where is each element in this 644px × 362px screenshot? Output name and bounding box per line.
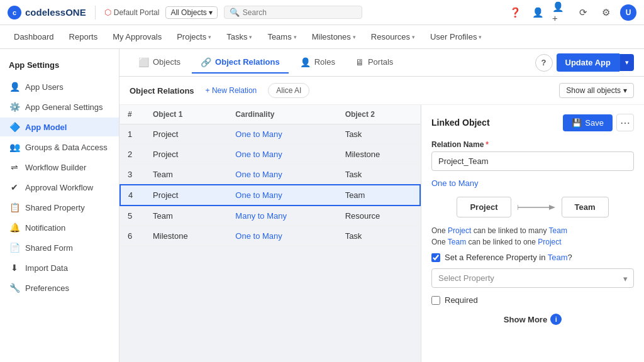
table-row[interactable]: 4 Project One to Many Team [120, 185, 420, 206]
split-layout: # Object 1 Cardinality Object 2 1 Projec… [119, 105, 644, 362]
nav-item-projects[interactable]: Projects ▾ [170, 28, 218, 45]
more-options-button[interactable]: ⋯ [616, 114, 634, 131]
tab-roles[interactable]: 👤 Roles [291, 52, 344, 74]
cardinality-link-4[interactable]: One to Many [235, 190, 282, 200]
users-icon[interactable]: 👤 [530, 4, 546, 21]
tab-portals[interactable]: 🖥 Portals [347, 52, 402, 74]
relation-name-group: Relation Name * [431, 140, 634, 171]
sidebar-item-preferences[interactable]: 🔧 Preferences [0, 278, 119, 297]
nav-item-teams[interactable]: Teams ▾ [261, 28, 303, 45]
nav-item-user-profiles[interactable]: User Profiles ▾ [424, 28, 488, 45]
sidebar-item-shared-form[interactable]: 📄 Shared Form [0, 238, 119, 257]
sidebar-item-app-model[interactable]: 🔷 App Model [0, 118, 119, 136]
reference-property-row: Set a Reference Property in Team? [431, 253, 634, 262]
cell-object1-2: Project [145, 145, 228, 165]
add-user-icon[interactable]: 👤+ [552, 4, 569, 21]
history-icon[interactable]: ⟳ [575, 4, 591, 21]
sidebar-item-app-users[interactable]: 👤 App Users [0, 77, 119, 96]
update-app-button[interactable]: Update App [557, 53, 619, 72]
nav-item-resources[interactable]: Resources ▾ [365, 28, 421, 45]
update-app-dropdown-button[interactable]: ▾ [619, 54, 634, 71]
notification-icon: 🔔 [9, 222, 20, 233]
table-row[interactable]: 2 Project One to Many Milestone [120, 145, 420, 165]
portal-selector[interactable]: ⬡ Default Portal [104, 8, 160, 17]
desc-link-project[interactable]: Project [448, 226, 471, 235]
desc-link-project-2[interactable]: Project [538, 238, 561, 246]
brand-logo[interactable]: c codelessONE [8, 6, 86, 19]
settings-icon[interactable]: ⚙ [597, 4, 614, 21]
tab-objects[interactable]: ⬜ Objects [130, 52, 189, 74]
table-row[interactable]: 6 Milestone One to Many Task [120, 226, 420, 246]
cell-cardinality-4: One to Many [228, 185, 337, 206]
col-header-object1: Object 1 [145, 105, 228, 124]
col-header-object2: Object 2 [338, 105, 420, 124]
table-row[interactable]: 3 Team One to Many Task [120, 165, 420, 185]
alice-ai-button[interactable]: Alice AI [268, 83, 309, 98]
sidebar-item-shared-property[interactable]: 📋 Shared Property [0, 198, 119, 217]
shared-form-icon: 📄 [9, 243, 20, 253]
cell-num-6: 6 [120, 226, 145, 246]
show-more-button[interactable]: Show More i [431, 314, 634, 325]
table-header-row: # Object 1 Cardinality Object 2 [120, 105, 420, 124]
cell-num-2: 2 [120, 145, 145, 165]
sidebar-label-groups-data-access: Groups & Data Access [25, 143, 108, 152]
save-button[interactable]: 💾 Save [563, 114, 613, 131]
nav-item-milestones[interactable]: Milestones ▾ [306, 28, 362, 45]
new-relation-button[interactable]: + New Relation [199, 83, 264, 98]
nav-label-tasks: Tasks [226, 32, 247, 41]
cardinality-value-link[interactable]: One to Many [431, 178, 478, 188]
workflow-builder-icon: ⇌ [9, 162, 20, 172]
all-objects-selector[interactable]: All Objects ▾ [165, 6, 217, 19]
cardinality-link-3[interactable]: One to Many [235, 170, 282, 179]
sidebar-item-import-data[interactable]: ⬇ Import Data [0, 258, 119, 277]
table-row[interactable]: 1 Project One to Many Task [120, 124, 420, 145]
sidebar-label-app-users: App Users [25, 82, 64, 92]
relation-desc-1: One Project can be linked to many Team [431, 226, 634, 235]
nav-item-tasks[interactable]: Tasks ▾ [220, 28, 258, 45]
avatar[interactable]: U [620, 4, 636, 21]
nav-item-reports[interactable]: Reports [63, 28, 104, 45]
nav-item-dashboard[interactable]: Dashboard [8, 28, 60, 45]
cardinality-link-1[interactable]: One to Many [235, 129, 282, 139]
chevron-down-icon: ▾ [412, 34, 415, 40]
table-row[interactable]: 5 Team Many to Many Resource [120, 206, 420, 226]
desc-link-team-2[interactable]: Team [448, 238, 466, 246]
search-bar[interactable]: 🔍 [224, 6, 362, 19]
team-link[interactable]: Team [548, 253, 568, 262]
select-property-dropdown[interactable]: Select Property [431, 268, 634, 288]
reference-property-checkbox[interactable] [431, 253, 440, 262]
all-objects-label: All Objects [170, 8, 206, 17]
topbar-actions: ❓ 👤 👤+ ⟳ ⚙ U [507, 4, 636, 21]
sidebar-label-notification: Notification [25, 223, 65, 233]
cell-cardinality-1: One to Many [228, 124, 337, 145]
relation-diagram: Project Team [431, 197, 634, 217]
sidebar-item-notification[interactable]: 🔔 Notification [0, 218, 119, 237]
desc-link-team-1[interactable]: Team [549, 226, 567, 235]
cardinality-link-6[interactable]: One to Many [235, 231, 282, 241]
cell-cardinality-3: One to Many [228, 165, 337, 185]
tab-object-relations[interactable]: 🔗 Object Relations [192, 52, 289, 74]
show-all-objects-button[interactable]: Show all objects ▾ [559, 83, 634, 98]
cell-object2-4: Team [338, 185, 420, 206]
sidebar-item-approval-workflow[interactable]: ✔ Approval Workflow [0, 178, 119, 197]
sidebar-item-app-general-settings[interactable]: ⚙️ App General Settings [0, 97, 119, 116]
object-relations-tab-icon: 🔗 [201, 57, 211, 67]
cell-cardinality-5: Many to Many [228, 206, 337, 226]
sidebar-label-approval-workflow: Approval Workflow [25, 183, 93, 192]
nav-item-my-approvals[interactable]: My Approvals [106, 28, 168, 45]
cardinality-link-5[interactable]: Many to Many [235, 211, 287, 221]
reference-property-label: Set a Reference Property in Team? [445, 253, 572, 262]
help-icon[interactable]: ❓ [507, 4, 523, 21]
search-input[interactable] [243, 8, 357, 17]
required-checkbox[interactable] [431, 296, 440, 305]
chevron-down-icon: ▾ [353, 34, 356, 40]
col-header-num: # [120, 105, 145, 124]
cell-object1-4: Project [145, 185, 228, 206]
help-button[interactable]: ? [535, 54, 553, 72]
cardinality-link-2[interactable]: One to Many [235, 150, 282, 159]
sidebar-item-workflow-builder[interactable]: ⇌ Workflow Builder [0, 158, 119, 177]
sidebar-label-preferences: Preferences [25, 283, 69, 293]
sidebar: App Settings 👤 App Users ⚙️ App General … [0, 49, 119, 362]
relation-name-input[interactable] [431, 151, 634, 171]
sidebar-item-groups-data-access[interactable]: 👥 Groups & Data Access [0, 138, 119, 156]
